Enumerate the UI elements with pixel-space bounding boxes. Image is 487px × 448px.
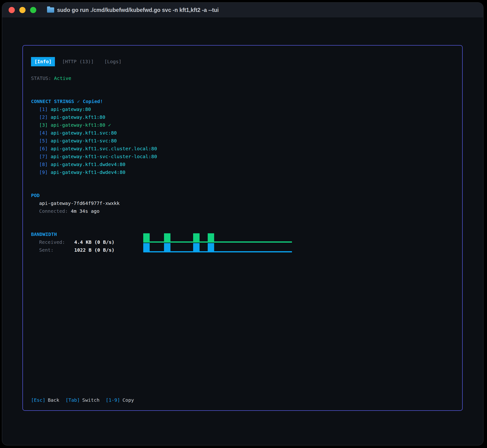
copied-check-icon: ✓ xyxy=(74,98,83,104)
status-value: Active xyxy=(54,75,71,81)
connect-string-index: [7] xyxy=(39,154,51,159)
connect-string-item[interactable]: [5] api-gateway-kft1-svc:80 xyxy=(31,137,454,145)
connect-string-index: [8] xyxy=(39,161,51,167)
connect-string-index: [3] xyxy=(39,122,51,128)
bandwidth-section: BANDWIDTH Received:4.4 KB (0 B/s) Sent:1… xyxy=(31,231,454,254)
connected-value: 4m 34s ago xyxy=(71,208,99,214)
connect-string-index: [5] xyxy=(39,138,51,144)
sent-value: 1022 B (0 B/s) xyxy=(74,246,115,254)
tab-info[interactable]: [Info] xyxy=(31,57,55,66)
sent-label: Sent: xyxy=(39,246,74,254)
connect-string-value: api-gateway-kft1:80 xyxy=(51,122,105,128)
window-title: sudo go run ./cmd/kubefwd/kubefwd.go svc… xyxy=(57,7,219,13)
connect-string-item[interactable]: [8] api-gateway.kft1.dwdev4:80 xyxy=(31,160,454,168)
sparkline-spike xyxy=(164,233,170,243)
help-action-copy: Copy xyxy=(123,397,134,403)
connect-string-item[interactable]: [9] api-gateway-kft1-dwdev4:80 xyxy=(31,168,454,176)
connect-string-index: [9] xyxy=(39,169,51,175)
sparkline-spike xyxy=(143,233,150,243)
received-sparkline xyxy=(143,233,292,243)
connect-string-value: api-gateway.kft1:80 xyxy=(51,114,105,120)
help-key-1-9: [1-9] xyxy=(106,397,120,403)
connect-string-item[interactable]: [3] api-gateway-kft1:80 ✓ xyxy=(31,121,454,129)
connected-label: Connected: xyxy=(39,208,71,214)
terminal-window: sudo go run ./cmd/kubefwd/kubefwd.go svc… xyxy=(2,2,483,445)
connect-string-value: api-gateway:80 xyxy=(51,106,91,112)
sparkline-spike xyxy=(193,233,199,243)
folder-icon xyxy=(47,8,54,13)
pod-connected-line: Connected: 4m 34s ago xyxy=(31,207,454,215)
sparkline-spike xyxy=(208,233,214,243)
help-key-esc: [Esc] xyxy=(31,397,45,403)
connect-strings-title: CONNECT STRINGS xyxy=(31,98,74,104)
received-value: 4.4 KB (0 B/s) xyxy=(74,238,115,246)
status-label: STATUS: xyxy=(31,75,54,81)
connect-string-value: api-gateway-kft1-svc-cluster-local:80 xyxy=(51,154,157,159)
copied-check-icon: ✓ xyxy=(105,122,111,128)
connect-string-item[interactable]: [1] api-gateway:80 xyxy=(31,105,454,113)
copied-badge: Copied! xyxy=(83,98,103,104)
status-line: STATUS: Active xyxy=(31,74,454,82)
traffic-lights xyxy=(8,7,41,13)
connect-string-index: [4] xyxy=(39,130,51,136)
zoom-button[interactable] xyxy=(30,7,36,13)
minimize-button[interactable] xyxy=(19,7,25,13)
help-copy[interactable]: [1-9]Copy xyxy=(106,396,134,404)
connect-string-value: api-gateway.kft1.svc.cluster.local:80 xyxy=(51,146,157,152)
tab-http[interactable]: [HTTP (13)] xyxy=(59,57,97,66)
tui-panel: [Info] [HTTP (13)] [Logs] STATUS: Active… xyxy=(22,45,463,411)
connect-string-index: [6] xyxy=(39,146,51,152)
help-action-back: Back xyxy=(48,397,59,403)
help-key-tab: [Tab] xyxy=(66,397,80,403)
bandwidth-sparkline-chart xyxy=(143,233,292,252)
sent-line: Sent:1022 B (0 B/s) xyxy=(31,246,143,254)
sparkline-spike xyxy=(208,243,214,252)
help-esc[interactable]: [Esc]Back xyxy=(31,396,59,404)
connect-string-item[interactable]: [4] api-gateway.kft1.svc:80 xyxy=(31,129,454,137)
connect-string-item[interactable]: [2] api-gateway.kft1:80 xyxy=(31,113,454,121)
pod-header: POD xyxy=(31,192,454,200)
tab-logs[interactable]: [Logs] xyxy=(101,57,125,66)
connect-string-value: api-gateway-kft1-svc:80 xyxy=(51,138,117,144)
sparkline-spike xyxy=(143,243,150,252)
tab-bar: [Info] [HTTP (13)] [Logs] xyxy=(31,57,454,66)
connect-strings-section: CONNECT STRINGS ✓ Copied! [1] api-gatewa… xyxy=(31,97,454,176)
connect-string-item[interactable]: [6] api-gateway.kft1.svc.cluster.local:8… xyxy=(31,145,454,153)
bandwidth-values: Received:4.4 KB (0 B/s) Sent:1022 B (0 B… xyxy=(31,238,143,254)
connect-string-value: api-gateway.kft1.svc:80 xyxy=(51,130,117,136)
connect-string-item[interactable]: [7] api-gateway-kft1-svc-cluster-local:8… xyxy=(31,153,454,160)
sparkline-spike xyxy=(193,243,199,252)
help-tab[interactable]: [Tab]Switch xyxy=(66,396,99,404)
received-label: Received: xyxy=(39,238,74,246)
received-line: Received:4.4 KB (0 B/s) xyxy=(31,238,143,246)
title-bar: sudo go run ./cmd/kubefwd/kubefwd.go svc… xyxy=(2,3,483,17)
connect-string-index: [2] xyxy=(39,114,51,120)
connect-string-value: api-gateway-kft1-dwdev4:80 xyxy=(51,169,125,175)
sent-sparkline xyxy=(143,243,292,252)
pod-section: POD api-gateway-7fd64f977f-xwxkk Connect… xyxy=(31,192,454,215)
close-button[interactable] xyxy=(8,7,15,13)
connect-strings-header: CONNECT STRINGS ✓ Copied! xyxy=(31,97,454,105)
pod-name: api-gateway-7fd64f977f-xwxkk xyxy=(31,200,454,207)
connect-string-index: [1] xyxy=(39,106,51,112)
help-action-switch: Switch xyxy=(82,397,99,403)
connect-string-value: api-gateway.kft1.dwdev4:80 xyxy=(51,161,125,167)
sparkline-spike xyxy=(164,243,170,252)
help-bar: [Esc]Back [Tab]Switch [1-9]Copy xyxy=(31,396,454,404)
